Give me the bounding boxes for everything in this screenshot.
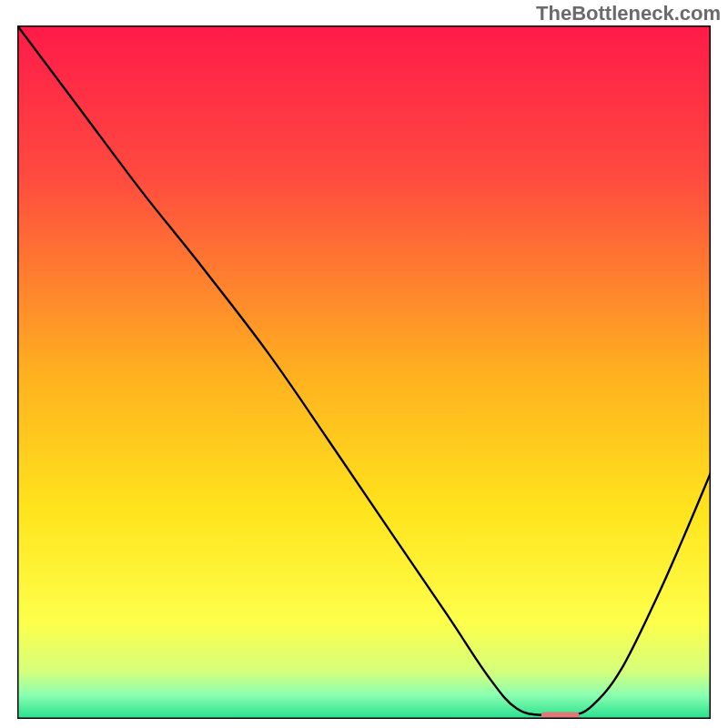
bottleneck-chart (17, 25, 711, 719)
chart-container: TheBottleneck.com (0, 0, 728, 728)
gradient-background (17, 25, 711, 719)
watermark-label: TheBottleneck.com (536, 2, 721, 25)
